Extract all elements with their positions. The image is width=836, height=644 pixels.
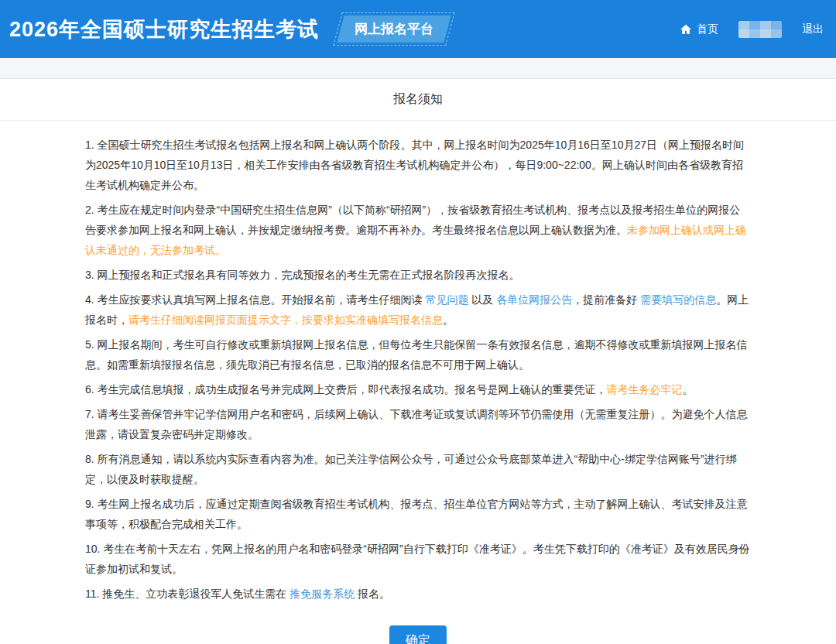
logout-link[interactable]: 退出: [802, 22, 824, 36]
notice-text: 以及: [468, 293, 496, 306]
notice-paragraph: 8. 所有消息通知，请以系统内实际查看内容为准。如已关注学信网公众号，可通过公众…: [85, 449, 751, 489]
notice-text: ，提前准备好: [572, 293, 640, 306]
button-row: 确定: [0, 625, 836, 644]
notice-text: 8. 所有消息通知，请以系统内实际查看内容为准。如已关注学信网公众号，可通过公众…: [85, 453, 737, 485]
platform-badge: 网上报名平台: [333, 12, 455, 46]
notice-paragraph: 2. 考生应在规定时间内登录“中国研究生招生信息网”（以下简称“研招网”），按省…: [85, 200, 751, 260]
warning-text: 请考生仔细阅读网报页面提示文字，按要求如实准确填写报名信息: [128, 313, 443, 326]
notice-text: 11. 推免生、立功表彰退役军人免试生需在: [85, 587, 290, 600]
notice-paragraph: 7. 请考生妥善保管并牢记学信网用户名和密码，后续网上确认、下载准考证或复试调剂…: [85, 404, 751, 444]
inline-link[interactable]: 各单位网报公告: [496, 293, 572, 306]
page-title: 报名须知: [393, 91, 443, 108]
notice-body: 1. 全国硕士研究生招生考试报名包括网上报名和网上确认两个阶段。其中，网上报名时…: [85, 121, 751, 604]
inline-link[interactable]: 需要填写的信息: [640, 293, 716, 306]
notice-text: 6. 考生完成信息填报，成功生成报名号并完成网上交费后，即代表报名成功。报名号是…: [85, 383, 607, 396]
home-link-label: 首页: [697, 22, 718, 36]
notice-paragraph: 5. 网上报名期间，考生可自行修改或重新填报网上报名信息，但每位考生只能保留一条…: [85, 334, 751, 375]
notice-text: 报名。: [355, 587, 390, 600]
notice-text: 4. 考生应按要求认真填写网上报名信息。开始报名前，请考生仔细阅读: [85, 293, 425, 306]
header-nav: 首页 退出: [680, 21, 824, 38]
notice-text: 3. 网上预报名和正式报名具有同等效力，完成预报名的考生无需在正式报名阶段再次报…: [85, 269, 520, 281]
notice-paragraph: 10. 考生在考前十天左右，凭网上报名的用户名和密码登录“研招网”自行下载打印《…: [85, 539, 751, 579]
notice-paragraph: 6. 考生完成信息填报，成功生成报名号并完成网上交费后，即代表报名成功。报名号是…: [85, 379, 751, 399]
redacted-username: [738, 21, 782, 38]
notice-text: 10. 考生在考前十天左右，凭网上报名的用户名和密码登录“研招网”自行下载打印《…: [85, 543, 750, 575]
notice-text: 1. 全国硕士研究生招生考试报名包括网上报名和网上确认两个阶段。其中，网上报名时…: [85, 139, 744, 191]
platform-badge-label: 网上报名平台: [355, 20, 433, 38]
notice-paragraph: 1. 全国硕士研究生招生考试报名包括网上报名和网上确认两个阶段。其中，网上报名时…: [85, 135, 751, 195]
home-link[interactable]: 首页: [680, 22, 718, 36]
notice-paragraph: 4. 考生应按要求认真填写网上报名信息。开始报名前，请考生仔细阅读 常见问题 以…: [85, 289, 751, 330]
confirm-button[interactable]: 确定: [389, 625, 447, 644]
notice-text: 7. 请考生妥善保管并牢记学信网用户名和密码，后续网上确认、下载准考证或复试调剂…: [85, 408, 748, 440]
notice-paragraph: 9. 考生网上报名成功后，应通过定期查阅省级教育招生考试机构、报考点、招生单位官…: [85, 494, 751, 534]
inline-link[interactable]: 常见问题: [425, 293, 468, 306]
page-title-bar: 报名须知: [0, 79, 836, 121]
notice-text: 5. 网上报名期间，考生可自行修改或重新填报网上报名信息，但每位考生只能保留一条…: [85, 338, 748, 371]
notice-paragraph: 11. 推免生、立功表彰退役军人免试生需在 推免服务系统 报名。: [85, 584, 751, 604]
app-title: 2026年全国硕士研究生招生考试: [9, 15, 319, 43]
notice-paragraph: 3. 网上预报名和正式报名具有同等效力，完成预报名的考生无需在正式报名阶段再次报…: [85, 265, 751, 285]
notice-text: 。: [683, 383, 694, 396]
inline-link[interactable]: 推免服务系统: [290, 587, 355, 600]
notice-text: 9. 考生网上报名成功后，应通过定期查阅省级教育招生考试机构、报考点、招生单位官…: [85, 498, 748, 530]
sub-bar: [0, 58, 836, 79]
app-header: 2026年全国硕士研究生招生考试 网上报名平台 首页 退出: [0, 0, 836, 58]
home-icon: [680, 23, 692, 36]
logout-link-label: 退出: [802, 22, 824, 36]
warning-text: 请考生务必牢记: [607, 383, 683, 396]
notice-text: 。: [443, 313, 454, 326]
